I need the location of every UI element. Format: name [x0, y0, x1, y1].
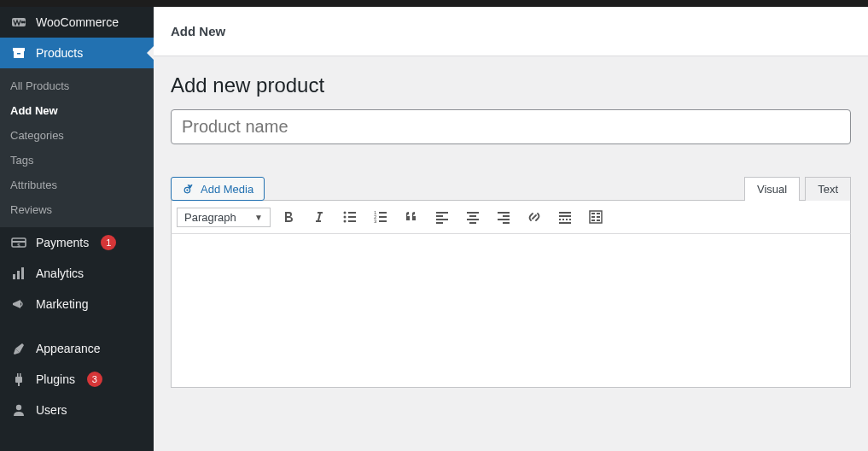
sidebar-item-payments[interactable]: $ Payments 1 — [0, 227, 154, 258]
svg-rect-10 — [17, 271, 20, 279]
product-name-input[interactable] — [171, 109, 851, 144]
svg-rect-45 — [559, 222, 571, 224]
svg-rect-28 — [379, 212, 387, 214]
svg-rect-23 — [348, 216, 356, 218]
submenu-item-tags[interactable]: Tags — [0, 148, 154, 173]
payments-badge: 1 — [101, 235, 116, 250]
svg-rect-35 — [467, 212, 479, 214]
svg-rect-52 — [597, 220, 600, 221]
link-button[interactable] — [521, 204, 547, 230]
sidebar-item-label: Plugins — [36, 372, 75, 386]
admin-sidebar: WooCommerce Products All Products Add Ne… — [0, 7, 154, 451]
svg-rect-37 — [467, 219, 479, 220]
sidebar-item-label: Analytics — [36, 266, 84, 280]
svg-rect-42 — [503, 222, 510, 224]
svg-text:3: 3 — [374, 219, 377, 224]
editor-textarea[interactable] — [171, 234, 851, 388]
svg-rect-41 — [498, 219, 510, 220]
sidebar-item-label: Payments — [36, 236, 89, 249]
svg-rect-13 — [17, 373, 19, 377]
add-media-button[interactable]: Add Media — [171, 177, 265, 201]
svg-rect-22 — [348, 212, 356, 214]
svg-rect-36 — [469, 215, 476, 217]
svg-rect-5 — [17, 53, 20, 55]
plugins-icon — [10, 371, 27, 388]
svg-rect-51 — [591, 220, 595, 221]
svg-rect-48 — [597, 213, 600, 214]
svg-rect-38 — [469, 222, 476, 224]
submenu-item-attributes[interactable]: Attributes — [0, 173, 154, 197]
align-right-button[interactable] — [491, 204, 516, 230]
svg-rect-39 — [498, 212, 510, 214]
svg-rect-33 — [436, 219, 448, 220]
sidebar-item-label: Products — [36, 46, 83, 60]
svg-rect-47 — [591, 213, 595, 214]
format-select-label: Paragraph — [184, 211, 236, 224]
content-area: Add new product Add Media Visual Text — [154, 56, 868, 405]
users-icon — [10, 401, 27, 419]
svg-rect-3 — [13, 48, 25, 51]
woocommerce-icon — [10, 14, 27, 31]
menu-gap — [0, 319, 154, 333]
italic-button[interactable] — [306, 204, 332, 230]
svg-rect-14 — [20, 373, 21, 377]
main-content: Add New Add new product Add Media Visual… — [154, 7, 868, 451]
bulleted-list-button[interactable] — [337, 204, 363, 230]
sidebar-item-users[interactable]: Users — [0, 395, 154, 425]
sidebar-item-plugins[interactable]: Plugins 3 — [0, 364, 154, 395]
plugins-badge: 3 — [87, 372, 102, 387]
align-left-button[interactable] — [429, 204, 455, 230]
svg-rect-30 — [379, 220, 387, 222]
submenu-item-reviews[interactable]: Reviews — [0, 197, 154, 222]
svg-rect-43 — [559, 212, 571, 214]
read-more-button[interactable] — [552, 204, 578, 230]
submenu-products: All Products Add New Categories Tags Att… — [0, 68, 154, 227]
tab-visual[interactable]: Visual — [744, 177, 800, 201]
editor-tabs: Visual Text — [744, 177, 851, 201]
sidebar-item-label: Appearance — [36, 342, 101, 355]
wp-admin-topbar — [0, 0, 868, 7]
submenu-item-all-products[interactable]: All Products — [0, 73, 154, 98]
format-select[interactable]: Paragraph ▼ — [177, 208, 271, 227]
page-title: Add new product — [171, 73, 851, 97]
sidebar-item-appearance[interactable]: Appearance — [0, 333, 154, 364]
svg-rect-4 — [14, 51, 24, 58]
sidebar-item-woocommerce[interactable]: WooCommerce — [0, 7, 154, 38]
toolbar-toggle-button[interactable] — [583, 204, 609, 230]
sidebar-item-label: Users — [36, 403, 67, 417]
caret-down-icon: ▼ — [254, 213, 263, 222]
add-media-label: Add Media — [201, 183, 253, 196]
camera-icon — [182, 182, 195, 196]
svg-rect-44 — [559, 215, 571, 217]
svg-point-16 — [16, 405, 21, 410]
svg-rect-49 — [591, 216, 595, 218]
payments-icon: $ — [10, 234, 27, 251]
sidebar-item-label: WooCommerce — [36, 15, 119, 29]
svg-point-19 — [344, 212, 347, 214]
svg-rect-32 — [436, 215, 443, 217]
layout: WooCommerce Products All Products Add Ne… — [0, 7, 868, 451]
svg-rect-11 — [21, 267, 24, 279]
svg-rect-15 — [18, 383, 20, 386]
bold-button[interactable] — [276, 204, 301, 230]
archive-icon — [10, 44, 27, 62]
submenu-item-add-new[interactable]: Add New — [0, 98, 154, 123]
svg-rect-29 — [379, 216, 387, 218]
editor-toolbar: Paragraph ▼ 123 — [171, 200, 851, 234]
svg-rect-24 — [348, 220, 356, 222]
sidebar-item-products[interactable]: Products — [0, 38, 154, 68]
numbered-list-button[interactable]: 123 — [368, 204, 393, 230]
svg-rect-31 — [436, 212, 448, 214]
editor: Add Media Visual Text Paragraph ▼ — [171, 177, 851, 388]
page-header-title: Add New — [171, 24, 225, 38]
svg-rect-9 — [13, 274, 15, 279]
sidebar-item-marketing[interactable]: Marketing — [0, 289, 154, 319]
tab-text[interactable]: Text — [805, 177, 851, 201]
align-center-button[interactable] — [460, 204, 486, 230]
submenu-item-categories[interactable]: Categories — [0, 123, 154, 148]
svg-point-21 — [344, 220, 347, 223]
page-header: Add New — [154, 7, 868, 56]
svg-rect-40 — [503, 215, 510, 217]
blockquote-button[interactable] — [399, 204, 424, 230]
sidebar-item-analytics[interactable]: Analytics — [0, 258, 154, 289]
